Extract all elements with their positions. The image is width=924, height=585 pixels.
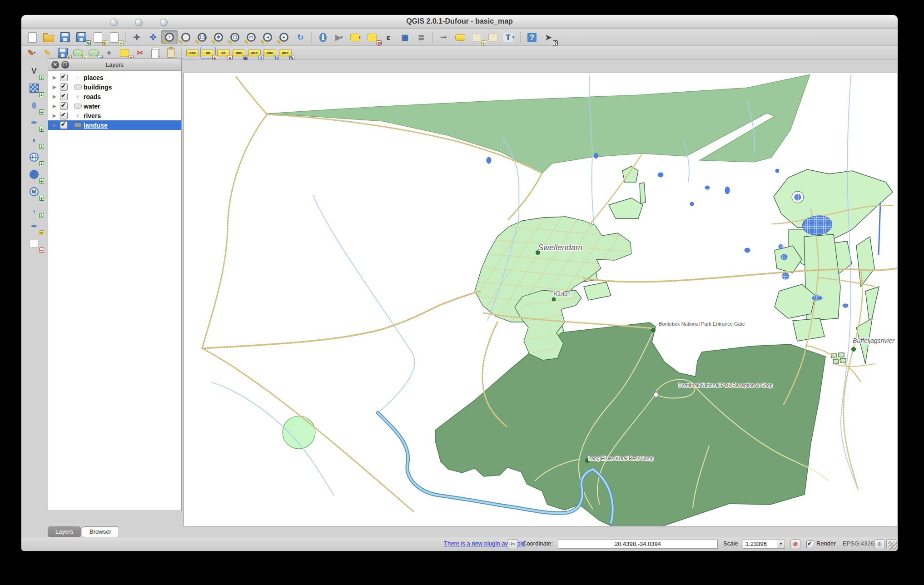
save-layer-edits-icon[interactable]: ✎: [55, 47, 70, 59]
measure-line-dropdown-icon[interactable]: ▼: [444, 35, 447, 40]
new-project-icon[interactable]: [24, 30, 40, 44]
text-annotation-icon[interactable]: T▼: [501, 30, 517, 44]
expand-icon[interactable]: ▶: [53, 113, 60, 118]
layer-visibility-checkbox[interactable]: [60, 74, 68, 81]
identify-features-icon[interactable]: ℹ: [315, 30, 331, 44]
zoom-last-icon[interactable]: ◂: [259, 30, 276, 44]
zoom-out-icon[interactable]: −: [178, 30, 194, 44]
save-project-as-icon[interactable]: ✎: [73, 30, 89, 44]
layer-visibility-checkbox[interactable]: [60, 102, 68, 110]
whats-this-icon[interactable]: ➤?: [540, 30, 556, 44]
run-feature-action-icon[interactable]: ▶▼: [331, 30, 348, 44]
layer-item-water[interactable]: ▶water: [48, 101, 181, 111]
composer-manager-icon[interactable]: ✦: [106, 30, 122, 44]
node-tool-icon[interactable]: ⌖: [101, 47, 117, 59]
current-edits-dropdown-icon[interactable]: ▼: [33, 51, 36, 55]
expand-icon[interactable]: ▶: [53, 75, 60, 80]
map-svg[interactable]: Swellendam Railton Bontebok National Par…: [184, 73, 897, 526]
delete-selected-icon[interactable]: ✕: [117, 47, 132, 59]
pin-unpin-labels-icon[interactable]: ab●: [200, 47, 216, 59]
zoom-to-layer-icon[interactable]: ▭: [243, 30, 259, 44]
move-feature-icon[interactable]: ➜: [86, 47, 101, 59]
layer-item-landuse[interactable]: ▶landuse: [48, 120, 181, 130]
zoom-next-icon[interactable]: ▸: [276, 30, 292, 44]
measure-line-icon[interactable]: ┅▼: [436, 30, 452, 44]
open-project-icon[interactable]: [40, 30, 57, 44]
current-edits-icon[interactable]: ✎▼: [24, 47, 40, 59]
change-label-properties-badge: ✎: [289, 55, 294, 60]
layer-item-rivers[interactable]: ▶√rivers: [48, 111, 181, 120]
coordinate-field[interactable]: 20.4398,-34.0394: [558, 540, 718, 549]
add-wfs-layer-icon[interactable]: V+: [25, 184, 43, 199]
scale-combo[interactable]: 1:23396: [743, 540, 777, 549]
add-postgis-layer-icon[interactable]: ⬮+: [25, 98, 43, 113]
zoom-native-icon[interactable]: 1:1: [194, 30, 210, 44]
field-calculator-icon[interactable]: ≣: [413, 30, 429, 44]
add-delimited-text-layer-icon[interactable]: ,+: [25, 201, 43, 217]
layer-visibility-checkbox[interactable]: [60, 112, 68, 119]
scale-dropdown-icon[interactable]: ▼: [777, 540, 785, 549]
panel-tab-layers[interactable]: Layers: [48, 526, 81, 537]
layer-item-places[interactable]: ▶∴places: [48, 73, 181, 82]
expand-icon[interactable]: ▶: [53, 123, 60, 128]
panel-tab-browser[interactable]: Browser: [82, 526, 119, 537]
layer-item-roads[interactable]: ▶√roads: [48, 92, 181, 101]
expand-icon[interactable]: ▶: [53, 94, 60, 99]
add-vector-layer-icon[interactable]: V+: [25, 63, 43, 79]
stop-render-icon[interactable]: ⊘: [790, 539, 800, 549]
layers-panel-header[interactable]: ✕ ❐ Layers: [48, 58, 182, 71]
zoom-in-icon[interactable]: +: [161, 30, 178, 44]
render-checkbox[interactable]: [806, 540, 814, 548]
run-feature-action-dropdown-icon[interactable]: ▼: [340, 35, 343, 40]
add-mssql-layer-icon[interactable]: ◗+: [25, 132, 43, 148]
layer-visibility-checkbox[interactable]: [60, 93, 68, 100]
open-attribute-table-icon[interactable]: ▦: [397, 30, 413, 44]
move-label-icon[interactable]: abc✛: [247, 47, 262, 59]
new-print-composer-icon[interactable]: ✱: [89, 30, 106, 44]
help-contents-icon[interactable]: ?: [524, 30, 540, 44]
new-spatialite-layer-icon[interactable]: ✒✱: [25, 218, 43, 234]
plugin-icon[interactable]: ✄: [508, 539, 518, 549]
deselect-features-icon[interactable]: ⊘: [364, 30, 380, 44]
expand-icon[interactable]: ▶: [53, 84, 60, 89]
show-hide-labels-icon[interactable]: abc◉: [231, 47, 247, 59]
select-by-expression-icon[interactable]: ε: [380, 30, 397, 44]
layer-labeling-options-icon[interactable]: abc: [185, 47, 200, 59]
add-raster-layer-icon[interactable]: +: [25, 80, 43, 96]
crs-icon[interactable]: ⊕: [874, 539, 884, 549]
paste-features-icon[interactable]: [163, 47, 179, 59]
add-feature-icon[interactable]: ✦: [70, 47, 86, 59]
map-canvas[interactable]: Swellendam Railton Bontebok National Par…: [184, 73, 897, 526]
layer-item-buildings[interactable]: ▶buildings: [48, 82, 181, 92]
map-refresh-icon[interactable]: ↻: [292, 30, 308, 44]
copy-features-icon[interactable]: [148, 47, 163, 59]
title-bar[interactable]: QGIS 2.0.1-Dufour - basic_map: [21, 15, 898, 29]
add-wms-layer-icon[interactable]: +: [25, 149, 43, 165]
layer-visibility-checkbox[interactable]: [60, 83, 68, 91]
resize-grip[interactable]: [888, 541, 897, 550]
cut-features-icon[interactable]: ✂: [132, 47, 148, 59]
remove-layer-icon[interactable]: −: [25, 236, 43, 251]
pan-to-selection-icon[interactable]: ✜: [145, 30, 161, 44]
text-annotation-dropdown-icon[interactable]: ▼: [512, 35, 515, 40]
change-label-properties-icon[interactable]: abc✎: [278, 47, 293, 59]
zoom-full-icon[interactable]: ✥: [210, 30, 227, 44]
select-features-icon[interactable]: ▼: [348, 30, 364, 44]
layer-tree[interactable]: ▶∴places▶buildings▶√roads▶water▶√rivers▶…: [48, 71, 182, 511]
add-wcs-layer-icon[interactable]: +: [25, 167, 43, 182]
landuse-forest-polygon[interactable]: [267, 74, 810, 174]
layer-visibility-checkbox[interactable]: [60, 121, 68, 129]
zoom-to-selection-icon[interactable]: ▢: [227, 30, 243, 44]
rotate-label-icon[interactable]: abc↻: [262, 47, 278, 59]
save-project-icon[interactable]: [57, 30, 73, 44]
scale-control[interactable]: 1:23396▼: [743, 540, 785, 549]
highlight-pinned-labels-icon[interactable]: ab●: [216, 47, 231, 59]
expand-icon[interactable]: ▶: [53, 104, 60, 109]
park-polygon[interactable]: [435, 322, 825, 526]
show-bookmarks-icon[interactable]: [485, 30, 501, 44]
add-spatialite-layer-icon[interactable]: ✒+: [25, 115, 43, 130]
pan-map-icon[interactable]: ✛: [129, 30, 145, 44]
map-tips-icon[interactable]: [452, 30, 468, 44]
toggle-editing-icon[interactable]: ✎: [40, 47, 55, 59]
new-bookmark-icon[interactable]: ✦: [468, 30, 485, 44]
